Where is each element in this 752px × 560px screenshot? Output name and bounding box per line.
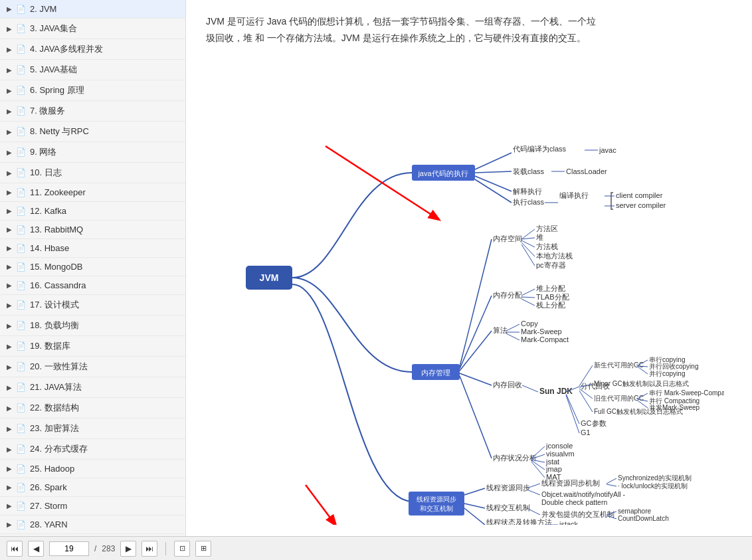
- doc-icon: 📄: [16, 403, 26, 413]
- last-page-button[interactable]: ⏭: [141, 541, 157, 557]
- sidebar-item-label: 17. 设计模式: [30, 299, 179, 311]
- sidebar-item-19[interactable]: ▶📄19. 数据库: [0, 336, 185, 357]
- toolbar-separator: [165, 542, 166, 555]
- svg-line-52: [460, 373, 492, 385]
- sidebar-item-23[interactable]: ▶📄23. 加密算法: [0, 419, 185, 439]
- sidebar-item-14[interactable]: ▶📄14. Hbase: [0, 239, 185, 258]
- sidebar-item-22[interactable]: ▶📄22. 数据结构: [0, 398, 185, 419]
- page-number-input[interactable]: [49, 541, 89, 556]
- svg-text:线程交互机制: 线程交互机制: [486, 504, 530, 512]
- svg-text:和交互机制: 和交互机制: [420, 505, 453, 512]
- sidebar-item-3[interactable]: ▶📄3. JAVA集合: [0, 19, 185, 39]
- sidebar-item-17[interactable]: ▶📄17. 设计模式: [0, 295, 185, 316]
- svg-line-38: [521, 289, 535, 296]
- svg-text:Full GC触发机制以及日志格式: Full GC触发机制以及日志格式: [594, 408, 683, 415]
- sidebar-item-label: 6. Spring 原理: [30, 84, 179, 96]
- svg-text:内存状况分析: 内存状况分析: [493, 454, 537, 462]
- sidebar-item-12[interactable]: ▶📄12. Kafka: [0, 202, 185, 221]
- sidebar-item-16[interactable]: ▶📄16. Cassandra: [0, 276, 185, 295]
- arrow-icon: ▶: [7, 5, 12, 13]
- sidebar-item-9[interactable]: ▶📄9. 网络: [0, 142, 185, 163]
- arrow-icon: ▶: [7, 226, 12, 233]
- svg-text:线程资源同步: 线程资源同步: [417, 496, 456, 503]
- svg-text:Double check pattern: Double check pattern: [541, 498, 607, 506]
- sidebar-item-26[interactable]: ▶📄26. Spark: [0, 478, 185, 497]
- svg-line-97: [464, 488, 485, 495]
- sidebar-item-28[interactable]: ▶📄28. YARN: [0, 515, 185, 534]
- svg-text:server compiler: server compiler: [616, 201, 666, 209]
- svg-text:并发包提供的交互机制: 并发包提供的交互机制: [541, 510, 614, 518]
- sidebar-item-8[interactable]: ▶📄8. Netty 与RPC: [0, 122, 185, 142]
- sidebar-item-4[interactable]: ▶📄4. JAVA多线程并发: [0, 39, 185, 60]
- sidebar-item-6[interactable]: ▶📄6. Spring 原理: [0, 80, 185, 101]
- sidebar-item-2[interactable]: ▶📄2. JVM: [0, 0, 185, 19]
- doc-icon: 📄: [16, 188, 26, 197]
- svg-text:线程资源同步: 线程资源同步: [486, 484, 530, 492]
- content-inner: JVM 是可运行 Java 代码的假想计算机，包括一套字节码指令集、一组寄存器、…: [186, 0, 752, 536]
- svg-text:Synchronized的实现机制: Synchronized的实现机制: [618, 474, 692, 482]
- sidebar-item-10[interactable]: ▶📄10. 日志: [0, 163, 185, 183]
- sidebar-item-18[interactable]: ▶📄18. 负载均衡: [0, 316, 185, 336]
- svg-text:JVM: JVM: [260, 272, 279, 283]
- next-page-button[interactable]: ▶: [120, 541, 136, 557]
- first-page-button[interactable]: ⏮: [7, 541, 23, 557]
- sidebar-item-5[interactable]: ▶📄5. JAVA基础: [0, 60, 185, 80]
- fit-page-button[interactable]: ⊞: [195, 541, 211, 557]
- sidebar-item-15[interactable]: ▶📄15. MongoDB: [0, 258, 185, 276]
- doc-icon: 📄: [16, 502, 26, 511]
- sidebar-item-11[interactable]: ▶📄11. Zookeeper: [0, 183, 185, 202]
- fit-width-button[interactable]: ⊡: [174, 541, 190, 557]
- svg-text:代码编译为class: 代码编译为class: [512, 145, 567, 153]
- doc-icon: 📄: [16, 424, 26, 433]
- sidebar-item-21[interactable]: ▶📄21. JAVA算法: [0, 377, 185, 398]
- arrow-icon: ▶: [7, 465, 12, 472]
- svg-text:TLAB分配: TLAB分配: [536, 293, 569, 301]
- svg-line-4: [475, 153, 512, 169]
- svg-text:解释执行: 解释执行: [513, 187, 542, 195]
- sidebar-item-13[interactable]: ▶📄13. RabbitMQ: [0, 221, 185, 239]
- sidebar-item-7[interactable]: ▶📄7. 微服务: [0, 101, 185, 122]
- sidebar-item-label: 11. Zookeeper: [30, 187, 179, 197]
- svg-text:Minor GC触发机制以及日志格式: Minor GC触发机制以及日志格式: [594, 380, 689, 387]
- svg-text:jmap: jmap: [545, 465, 562, 473]
- doc-icon: 📄: [16, 207, 26, 216]
- doc-icon: 📄: [16, 281, 26, 290]
- arrow-icon: ▶: [7, 66, 12, 74]
- svg-line-42: [521, 299, 535, 306]
- svg-text:旧生代可用的GC: 旧生代可用的GC: [594, 395, 644, 402]
- svg-text:栈上分配: 栈上分配: [535, 301, 565, 309]
- sidebar-item-27[interactable]: ▶📄27. Storm: [0, 497, 185, 515]
- arrow-icon: ▶: [7, 363, 12, 371]
- sidebar-item-label: 22. 数据结构: [30, 402, 179, 414]
- arrow-icon: ▶: [7, 169, 12, 177]
- sidebar-item-20[interactable]: ▶📄20. 一致性算法: [0, 357, 185, 377]
- svg-text:编译执行: 编译执行: [559, 191, 589, 199]
- sidebar-item-label: 12. Kafka: [30, 206, 179, 216]
- svg-line-14: [475, 179, 512, 203]
- svg-line-50: [506, 333, 519, 340]
- svg-text:Mark-Compact: Mark-Compact: [521, 335, 569, 343]
- svg-line-54: [522, 385, 538, 392]
- svg-line-8: [475, 171, 512, 173]
- sidebar-item-label: 25. Hadoop: [30, 464, 179, 474]
- arrow-icon: ▶: [7, 25, 12, 33]
- toolbar: ⏮ ◀ / 283 ▶ ⏭ ⊡ ⊞: [0, 536, 752, 560]
- sidebar-item-25[interactable]: ▶📄25. Hadoop: [0, 460, 185, 478]
- main-container: ▶📄2. JVM▶📄3. JAVA集合▶📄4. JAVA多线程并发▶📄5. JA…: [0, 0, 752, 536]
- doc-icon: 📄: [16, 483, 26, 492]
- svg-line-40: [521, 297, 535, 298]
- arrow-icon: ▶: [7, 322, 12, 329]
- doc-icon: 📄: [16, 244, 26, 253]
- sidebar-item-24[interactable]: ▶📄24. 分布式缓存: [0, 439, 185, 460]
- doc-icon: 📄: [16, 362, 26, 371]
- sidebar-item-label: 4. JAVA多线程并发: [30, 43, 179, 55]
- doc-icon: 📄: [16, 383, 26, 392]
- svg-text:jconsole: jconsole: [545, 442, 573, 450]
- arrow-icon: ▶: [7, 87, 12, 94]
- svg-line-110: [527, 508, 540, 515]
- arrow-icon: ▶: [7, 502, 12, 510]
- svg-line-116: [464, 508, 485, 525]
- arrow-icon: ▶: [7, 282, 12, 289]
- sidebar-item-label: 28. YARN: [30, 519, 179, 529]
- prev-page-button[interactable]: ◀: [28, 541, 44, 557]
